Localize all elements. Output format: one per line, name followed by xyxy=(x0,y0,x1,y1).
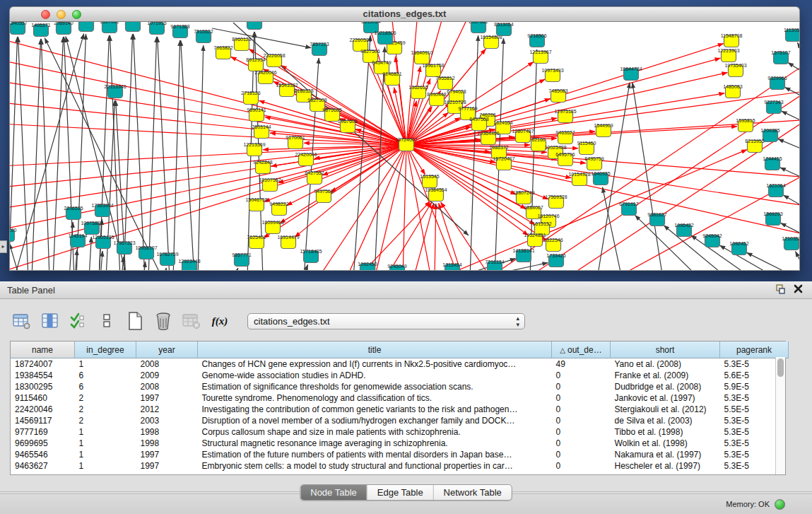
table-cell[interactable]: Jankovic et al. (1997) xyxy=(611,392,720,404)
table-cell[interactable]: 0 xyxy=(552,415,611,426)
column-header-title[interactable]: title xyxy=(198,341,552,358)
column-header-pagerank[interactable]: pagerank xyxy=(720,341,789,358)
table-cell[interactable]: Changes of HCN gene expression and I(f) … xyxy=(198,358,552,370)
network-canvas[interactable]: 1872400718640910169617587955812136261589… xyxy=(9,22,800,271)
graph-edge[interactable] xyxy=(233,268,238,270)
column-header-in_degree[interactable]: in_degree xyxy=(75,341,136,358)
column-header-name[interactable]: name xyxy=(11,341,75,358)
table-cell[interactable]: Wolkin et al. (1998) xyxy=(611,438,720,449)
graph-edge[interactable] xyxy=(796,252,799,262)
table-cell[interactable]: 0 xyxy=(552,404,611,415)
table-cell[interactable]: de Silva et al. (2003) xyxy=(611,415,720,426)
table-cell[interactable]: 1 xyxy=(75,438,136,449)
graph-edge[interactable] xyxy=(89,237,91,270)
table-cell[interactable]: Genome-wide association studies in ADHD. xyxy=(198,370,552,381)
graph-edge[interactable] xyxy=(435,204,436,270)
delete-column-button-disabled[interactable] xyxy=(181,311,202,331)
table-cell[interactable]: Yano et al. (2008) xyxy=(611,358,720,370)
graph-edge[interactable] xyxy=(785,87,799,95)
table-cell[interactable]: 0 xyxy=(552,392,611,404)
graph-edge[interactable] xyxy=(719,245,777,270)
graph-edge[interactable] xyxy=(41,39,49,270)
table-cell[interactable]: Franke et al. (2009) xyxy=(611,370,720,381)
table-cell[interactable]: 18724007 xyxy=(11,358,75,370)
graph-edge[interactable] xyxy=(158,37,170,270)
graph-edge[interactable] xyxy=(747,252,799,270)
table-cell[interactable]: 22420046 xyxy=(11,404,75,415)
show-columns-button[interactable] xyxy=(40,311,61,331)
table-cell[interactable]: 0 xyxy=(552,381,611,392)
graph-edge[interactable] xyxy=(664,226,728,270)
table-cell[interactable]: Stergiakouli et al. (2012) xyxy=(611,404,720,415)
graph-edge[interactable] xyxy=(778,139,799,148)
table-cell[interactable]: 18300295 xyxy=(11,381,75,392)
table-cell[interactable]: Estimation of significance thresholds fo… xyxy=(198,381,552,392)
graph-node[interactable] xyxy=(126,22,141,32)
scrollbar-thumb[interactable] xyxy=(777,358,784,377)
column-header-year[interactable]: year xyxy=(136,341,198,358)
table-cell[interactable]: 14569117 xyxy=(11,415,75,426)
table-cell[interactable]: 1997 xyxy=(136,392,198,404)
network-graph[interactable]: 1872400718640910169617587955812136261589… xyxy=(10,22,799,270)
table-cell[interactable]: Tourette syndrome. Phenomenology and cla… xyxy=(198,392,552,404)
table-cell[interactable]: 1 xyxy=(75,449,136,460)
graph-edge[interactable] xyxy=(439,203,463,270)
graph-edge[interactable] xyxy=(124,34,133,270)
table-cell[interactable]: 2 xyxy=(75,392,136,404)
table-cell[interactable]: 9465546 xyxy=(11,449,75,460)
table-cell[interactable]: 6 xyxy=(75,370,136,381)
column-header-out_de[interactable]: △out_de… xyxy=(552,341,611,358)
tab-network-table[interactable]: Network Table xyxy=(434,485,512,500)
graph-edge[interactable] xyxy=(32,39,41,270)
table-cell[interactable]: 2008 xyxy=(136,381,198,392)
table-cell[interactable]: Estimation of the future numbers of pati… xyxy=(198,449,552,460)
table-source-select[interactable]: citations_edges.txt ▴▾ xyxy=(247,313,525,329)
graph-edge[interactable] xyxy=(470,35,478,270)
table-cell[interactable]: 0 xyxy=(552,460,611,472)
table-cell[interactable]: Hescheler et al. (1997) xyxy=(611,460,720,472)
tab-node-table[interactable]: Node Table xyxy=(300,485,367,500)
table-cell[interactable]: 9699695 xyxy=(11,438,75,449)
table-cell[interactable]: Investigating the contribution of common… xyxy=(198,404,552,415)
graph-edge[interactable] xyxy=(781,223,799,233)
column-header-short[interactable]: short xyxy=(611,341,720,358)
table-cell[interactable]: 1997 xyxy=(136,460,198,472)
table-cell[interactable]: 2003 xyxy=(136,415,198,426)
delete-table-button[interactable] xyxy=(153,311,174,331)
table-cell[interactable]: 1997 xyxy=(136,449,198,460)
row-height-button[interactable] xyxy=(96,311,117,331)
table-cell[interactable]: 2 xyxy=(75,404,136,415)
graph-edge[interactable] xyxy=(403,145,406,270)
float-panel-button[interactable] xyxy=(772,284,787,296)
table-cell[interactable]: Tibbo et al. (1998) xyxy=(611,426,720,438)
graph-edge[interactable] xyxy=(165,268,166,270)
table-options-button[interactable] xyxy=(11,311,33,331)
table-cell[interactable]: 9115460 xyxy=(11,392,75,404)
window-titlebar[interactable]: citations_edges.txt xyxy=(9,6,800,22)
table-cell[interactable]: Corpus callosum shape and size in male p… xyxy=(198,426,552,438)
table-cell[interactable]: 1998 xyxy=(136,426,198,438)
graph-edge[interactable] xyxy=(264,145,406,238)
table-cell[interactable]: 2009 xyxy=(136,370,198,381)
graph-node[interactable] xyxy=(79,22,94,32)
table-cell[interactable]: Disruption of a novel member of a sodium… xyxy=(198,415,552,426)
table-cell[interactable]: 2 xyxy=(75,415,136,426)
graph-edge[interactable] xyxy=(797,42,799,48)
table-cell[interactable]: Embryonic stem cells: a model to study s… xyxy=(198,460,552,472)
close-window-button[interactable] xyxy=(41,10,50,19)
table-cell[interactable]: 0 xyxy=(552,438,611,449)
table-cell[interactable]: 1 xyxy=(75,358,136,370)
table-scrollbar[interactable] xyxy=(775,357,785,474)
zoom-window-button[interactable] xyxy=(72,10,81,19)
graph-edge[interactable] xyxy=(134,34,145,270)
close-panel-button[interactable] xyxy=(791,284,805,296)
table-cell[interactable]: 9463627 xyxy=(11,460,75,472)
graph-edge[interactable] xyxy=(782,111,799,120)
table-cell[interactable]: 1 xyxy=(75,426,136,438)
table-cell[interactable]: 1998 xyxy=(136,438,198,449)
select-columns-button[interactable] xyxy=(68,311,89,331)
table-cell[interactable]: Structural magnetic resonance image aver… xyxy=(198,438,552,449)
graph-node[interactable] xyxy=(247,22,262,30)
table-cell[interactable]: 6 xyxy=(75,381,136,392)
memory-status-indicator[interactable] xyxy=(775,499,785,510)
